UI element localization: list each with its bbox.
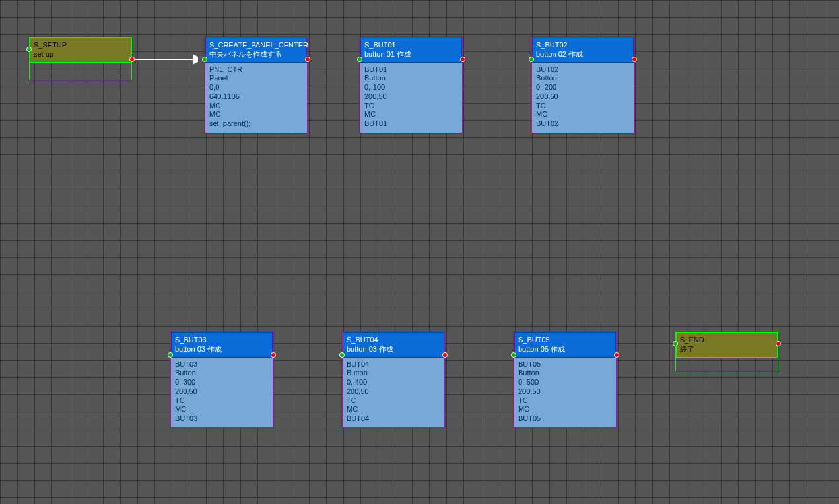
node-but04[interactable]: S_BUT04 button 03 作成 BUT04 Button 0,-400… (342, 332, 445, 428)
node-but01[interactable]: S_BUT01 button 01 作成 BUT01 Button 0,-100… (360, 37, 463, 133)
node-subtitle: button 03 作成 (175, 344, 269, 354)
node-create-panel[interactable]: S_CREATE_PANEL_CENTER 中央パネルを作成する PNL_CTR… (205, 37, 308, 133)
node-body: BUT03 Button 0,-300 200,50 TC MC BUT03 (171, 358, 273, 427)
node-subtitle: button 05 作成 (518, 344, 612, 354)
node-body: BUT01 Button 0,-100 200,50 TC MC BUT01 (360, 63, 462, 133)
port-in[interactable] (168, 352, 173, 358)
port-out[interactable] (129, 57, 135, 62)
port-in[interactable] (511, 352, 516, 358)
node-title: S_SETUP (34, 40, 127, 49)
node-but02[interactable]: S_BUT02 button 02 作成 BUT02 Button 0,-200… (531, 37, 634, 133)
node-title: S_BUT05 (518, 335, 612, 344)
node-title: S_CREATE_PANEL_CENTER (209, 40, 303, 49)
node-subtitle: 終了 (680, 344, 774, 354)
node-setup[interactable]: S_SETUP set up (29, 37, 132, 80)
port-out[interactable] (776, 341, 781, 346)
node-title: S_BUT03 (175, 335, 269, 344)
node-header[interactable]: S_BUT02 button 02 作成 (532, 38, 634, 63)
port-out[interactable] (614, 352, 619, 358)
node-body: BUT02 Button 0,-200 200,50 TC MC BUT02 (532, 63, 634, 133)
node-but05[interactable]: S_BUT05 button 05 作成 BUT05 Button 0,-500… (514, 332, 617, 428)
port-out[interactable] (460, 57, 465, 62)
node-title: S_END (680, 335, 774, 344)
node-header[interactable]: S_END 終了 (676, 332, 778, 358)
port-out[interactable] (305, 57, 310, 62)
node-title: S_BUT04 (347, 335, 440, 344)
port-in[interactable] (529, 57, 534, 62)
node-body: PNL_CTR Panel 0,0 640,1136 MC MC set_par… (205, 63, 307, 133)
node-title: S_BUT01 (364, 40, 458, 49)
node-header[interactable]: S_CREATE_PANEL_CENTER 中央パネルを作成する (205, 38, 307, 63)
port-out[interactable] (271, 352, 276, 358)
port-in[interactable] (357, 57, 362, 62)
port-in[interactable] (26, 47, 32, 52)
port-in[interactable] (339, 352, 345, 358)
port-in[interactable] (202, 57, 207, 62)
node-body: BUT04 Button 0,-400 200,50 TC MC BUT04 (343, 358, 444, 427)
node-header[interactable]: S_BUT01 button 01 作成 (360, 38, 462, 63)
port-out[interactable] (632, 57, 637, 62)
node-end[interactable]: S_END 終了 (675, 332, 778, 371)
node-title: S_BUT02 (536, 40, 630, 49)
node-subtitle: button 01 作成 (364, 49, 458, 59)
node-subtitle: button 03 作成 (347, 344, 440, 354)
node-subtitle: 中央パネルを作成する (209, 49, 303, 59)
node-header[interactable]: S_SETUP set up (30, 38, 131, 63)
node-subtitle: button 02 作成 (536, 49, 630, 59)
node-header[interactable]: S_BUT05 button 05 作成 (514, 332, 616, 358)
node-header[interactable]: S_BUT03 button 03 作成 (171, 332, 273, 358)
node-body: BUT05 Button 0,-500 200,50 TC MC BUT05 (514, 358, 616, 427)
node-header[interactable]: S_BUT04 button 03 作成 (343, 332, 444, 358)
node-but03[interactable]: S_BUT03 button 03 作成 BUT03 Button 0,-300… (170, 332, 273, 428)
port-out[interactable] (442, 352, 448, 358)
node-subtitle: set up (34, 49, 127, 59)
port-in[interactable] (673, 341, 678, 346)
